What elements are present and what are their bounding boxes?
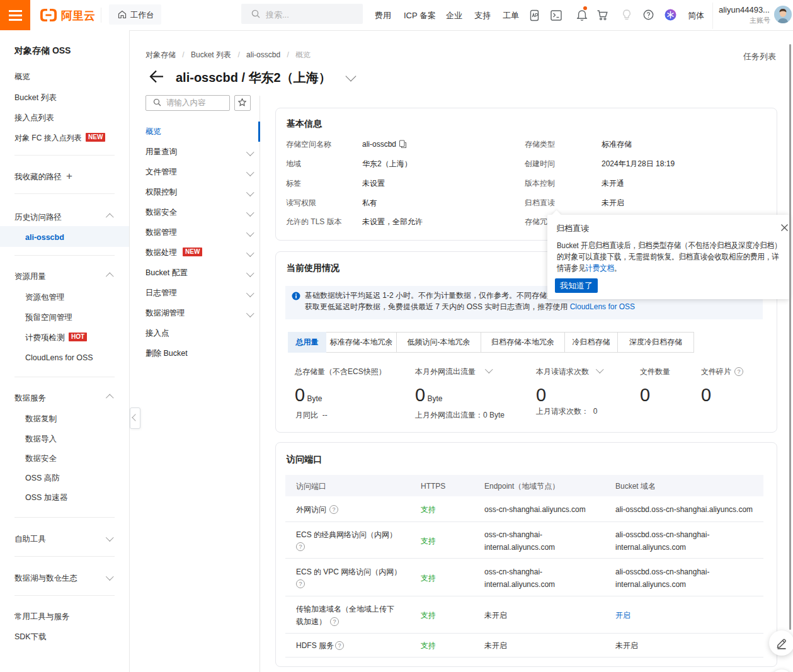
svg-text:阿里云: 阿里云 bbox=[61, 9, 95, 22]
